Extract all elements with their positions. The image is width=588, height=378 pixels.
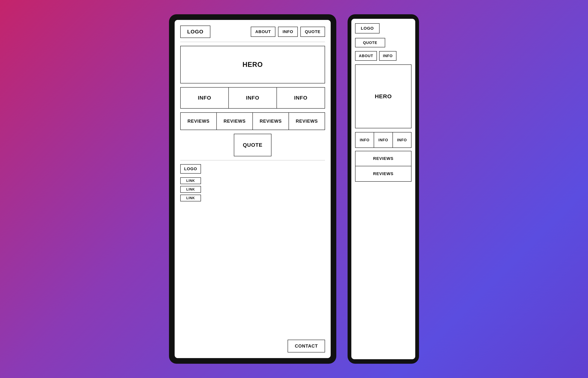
phone-info-row: INFO INFO INFO xyxy=(355,132,411,148)
phone-screen: LOGO QUOTE ABOUT INFO HERO INFO INFO INF… xyxy=(351,19,415,359)
tablet-footer-bottom: CONTACT xyxy=(180,337,325,352)
tablet-info-cell-2: INFO xyxy=(229,88,277,108)
tablet-device: LOGO ABOUT INFO QUOTE HERO INFO INFO INF… xyxy=(169,14,336,364)
tablet-info-cell-3: INFO xyxy=(277,88,325,108)
tablet-link-3[interactable]: LINK xyxy=(180,195,201,202)
tablet-review-2: REVIEWS xyxy=(217,113,253,130)
tablet-footer: LOGO LINK LINK LINK CONTACT xyxy=(180,160,325,352)
tablet-info-cell-1: INFO xyxy=(181,88,229,108)
tablet-footer-links: LINK LINK LINK xyxy=(180,177,325,202)
phone-reviews-section: REVIEWS REVIEWS xyxy=(355,151,411,182)
phone-review-2: REVIEWS xyxy=(355,166,411,181)
tablet-quote-wrap: QUOTE xyxy=(180,134,325,156)
phone-quote[interactable]: QUOTE xyxy=(355,38,385,47)
phone-about-button[interactable]: ABOUT xyxy=(355,51,377,61)
tablet-quote-box[interactable]: QUOTE xyxy=(234,134,271,156)
tablet-about-button[interactable]: ABOUT xyxy=(251,27,275,37)
tablet-link-2[interactable]: LINK xyxy=(180,186,201,193)
tablet-nav-right: ABOUT INFO QUOTE xyxy=(251,27,325,37)
tablet-reviews-row: REVIEWS REVIEWS REVIEWS REVIEWS xyxy=(180,112,325,130)
tablet-hero: HERO xyxy=(180,46,325,83)
tablet-contact-button[interactable]: CONTACT xyxy=(288,340,325,352)
phone-logo: LOGO xyxy=(355,23,379,33)
phone-info-cell-2: INFO xyxy=(374,133,393,148)
phone-info-cell-3: INFO xyxy=(393,133,411,148)
tablet-review-4: REVIEWS xyxy=(289,113,325,130)
tablet-review-3: REVIEWS xyxy=(253,113,289,130)
tablet-navbar: LOGO ABOUT INFO QUOTE xyxy=(180,26,325,42)
phone-info-cell-1: INFO xyxy=(355,133,374,148)
phone-about-row: ABOUT INFO xyxy=(355,51,411,61)
phone-hero: HERO xyxy=(355,65,411,128)
phone-info-button[interactable]: INFO xyxy=(379,51,396,61)
tablet-footer-logo: LOGO xyxy=(180,164,201,174)
tablet-review-1: REVIEWS xyxy=(181,113,217,130)
tablet-info-row: INFO INFO INFO xyxy=(180,87,325,108)
tablet-quote-button[interactable]: QUOTE xyxy=(300,27,325,37)
tablet-logo: LOGO xyxy=(180,26,210,38)
tablet-screen: LOGO ABOUT INFO QUOTE HERO INFO INFO INF… xyxy=(175,20,331,358)
phone-review-1: REVIEWS xyxy=(355,151,411,166)
phone-device: LOGO QUOTE ABOUT INFO HERO INFO INFO INF… xyxy=(348,14,419,364)
tablet-link-1[interactable]: LINK xyxy=(180,177,201,184)
tablet-info-button[interactable]: INFO xyxy=(278,27,298,37)
